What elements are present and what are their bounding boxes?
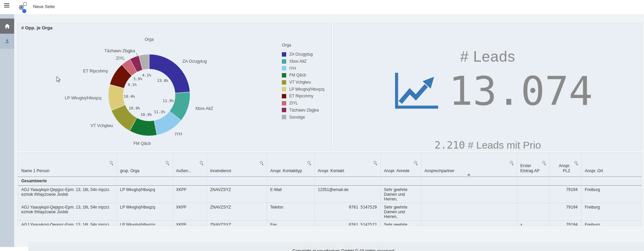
trend-chart-icon [392,71,440,111]
pie-percent-label: 10.9% [129,106,140,111]
table-cell[interactable]: Freiburg [581,185,642,203]
table-row: AGJ Yaauykqsl-Qepgsc-Epm. 13, 16t, 54n m… [18,220,642,226]
legend-item[interactable]: Xbos AitZ [282,58,331,65]
legend-swatch [282,59,286,64]
legend-item[interactable]: ET Ripcshmy [282,93,331,100]
pie-percent-label: 10.4% [124,94,135,99]
search-icon[interactable] [574,161,579,165]
sidebar-item-home[interactable] [0,19,14,34]
totals-cell [314,177,380,185]
legend-item[interactable]: LP Wkvgtvj/Hbvqzq [282,86,331,93]
kpi-subtitle: 2.210 # Leads mit Prio [334,139,642,151]
table-cell[interactable]: 79104 [549,220,581,226]
table-cell[interactable]: Freiburg [581,220,642,226]
column-header-label: Anspr. Ort [585,168,603,173]
legend-swatch [282,115,286,119]
search-icon[interactable] [374,161,378,165]
legend-item[interactable]: Täzhawv Zbgjka [282,107,331,114]
table-cell[interactable]: AGJ Yaauykqsl-Qepgsc-Epm. 13, 16t, 54n m… [18,220,116,226]
menu-icon[interactable] [4,3,9,8]
table-cell[interactable]: 79104 [549,203,581,220]
table-cell[interactable]: LP Wkvgtvj/Hbvqzq [116,185,172,203]
column-header-anspr-kontakt[interactable]: Anspr. Kontakt [314,153,380,177]
pie-slice-label: Täzhawv Zbgjka [104,49,135,53]
column-header-au-en[interactable]: Außen... [172,153,207,177]
legend-swatch [282,52,286,57]
table-cell[interactable]: Fax [267,220,314,226]
table-cell[interactable]: XKPF [172,220,207,226]
column-header-name-1-person[interactable]: Name 1 Person [18,153,116,177]
column-header-anspr-plz[interactable]: Anspr. PLZ [549,153,581,177]
table-cell[interactable]: Sehr geehrte Damen und Herren, [380,220,421,226]
table-cell[interactable]: AGJ Yaauykqsl-Qepgsc-Epm. 13, 16t, 54n m… [18,203,116,220]
legend-item[interactable]: ZA Ozugytug [282,51,331,58]
legend-label: Xbos AitZ [289,59,306,64]
table-cell[interactable]: 0761 5147522 [314,220,380,226]
column-header-ansprechpartner[interactable]: Ansprechpartner [421,153,517,177]
table-cell[interactable]: 0761 5147529 [314,203,380,220]
column-header-label: Anspr. Anrede [384,168,409,173]
search-icon[interactable] [260,161,264,165]
search-icon[interactable] [110,161,114,165]
page-title: Neue Seite [33,4,55,9]
pie-percent-label: 9.1% [128,83,137,87]
column-header-anspr-ort[interactable]: Anspr. Ort [581,153,642,177]
totals-cell [581,177,642,185]
table-cell[interactable]: ZNAVZSYZ [207,185,267,203]
legend-item[interactable]: IYH [282,65,331,72]
table-cell[interactable]: ZNAVZSYZ [207,203,267,220]
legend-label: IYH [289,66,296,71]
sidebar-item-anchor[interactable]: ⚓ [0,34,14,49]
pie-slice-label: VT Vchglwu [90,123,113,128]
legend-swatch [282,101,286,105]
column-header-label: Außen... [176,168,191,173]
mouse-cursor [56,76,62,83]
table-cell[interactable]: 79104 [549,185,581,203]
totals-label: Gesamtwerte [18,177,116,185]
search-icon[interactable] [166,161,170,165]
column-header-erster-eintrag-ap[interactable]: Erster Eintrag AP [517,153,549,177]
column-header-innendienst[interactable]: Innendienst [207,153,267,177]
search-icon[interactable] [200,161,204,165]
table-cell[interactable]: ZNAVZSYZ [207,220,267,226]
search-icon[interactable] [307,161,312,165]
table-cell[interactable]: LP Wkvgtvj/Hbvqzq [116,220,172,226]
table-cell[interactable]: AGJ Yaauykqsl-Qepgsc-Epm. 13, 16t, 54n m… [18,185,116,203]
table-cell[interactable]: E-Mail [267,185,314,203]
legend-item[interactable]: ZIYL [282,100,331,107]
legend-label: ZIYL [289,101,298,105]
table-cell[interactable]: XKPF [172,185,207,203]
legend-item[interactable]: VT Vchglwu [282,79,331,86]
table-cell[interactable]: LP Wkvgtvj/Hbvqzq [116,203,172,220]
column-header-anspr-kontakttyp[interactable]: Anspr. Kontakttyp [267,153,314,177]
legend-item[interactable]: FM Qãcb [282,72,331,79]
table-cell[interactable] [421,220,517,226]
totals-cell [207,177,267,185]
table-cell[interactable]: Freiburg [581,203,642,220]
sort-ascending-icon [467,174,471,176]
pie-dimension-title: Orga [145,37,154,42]
search-icon[interactable] [414,161,418,165]
legend-label: ET Ripcshmy [289,94,313,98]
legend-swatch [282,87,286,91]
legend-label: Sonstige [289,115,305,120]
table-cell[interactable]: 12351@email.de [314,185,380,203]
table-cell[interactable] [421,185,517,203]
footer: Copyright at novofactum GmbH © All right… [28,242,644,251]
pie-percent-label: 23.8% [157,79,168,83]
column-header-grup-orga[interactable]: grup. Orga [116,153,172,177]
pie-slice-label: ZIYL [116,56,125,61]
table-cell[interactable] [517,203,549,220]
table-cell[interactable]: Sehr geehrte Damen und Herren, [380,185,421,203]
table-cell[interactable]: Sehr geehrte Damen und Herren, [380,203,421,220]
pie-chart-panel: # Opp. je Orga Orga23.8%ZA Ozugytug11.9%… [18,23,331,150]
table-cell[interactable]: XKPF [172,203,207,220]
search-icon[interactable] [510,161,514,165]
table-cell[interactable]: x [517,220,549,226]
column-header-anspr-anrede[interactable]: Anspr. Anrede [380,153,421,177]
legend-item[interactable]: Sonstige [282,114,331,121]
table-cell[interactable] [517,185,549,203]
search-icon[interactable] [542,161,546,165]
table-cell[interactable] [421,203,517,220]
table-cell[interactable]: Telefon [267,203,314,220]
